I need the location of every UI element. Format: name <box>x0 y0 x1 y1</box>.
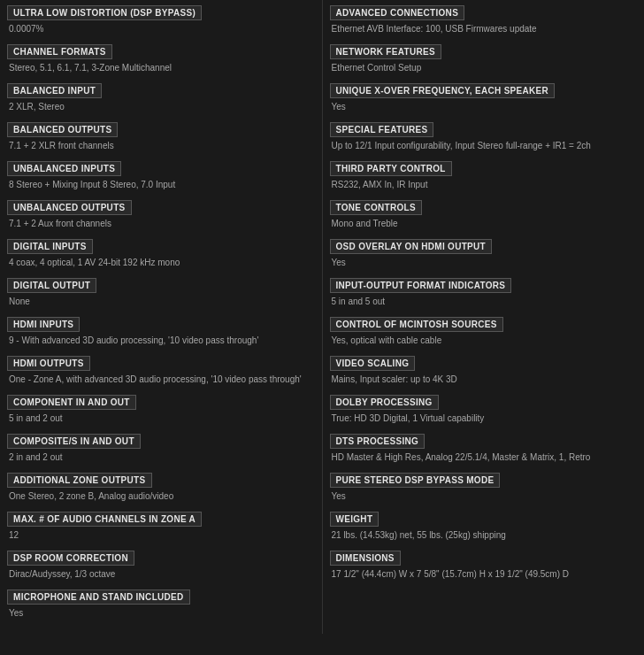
main-container: ULTRA LOW DISTORTION (DSP BYPASS)0.0007%… <box>0 0 644 634</box>
spec-value: 4 coax, 4 optical, 1 AV 24-bit 192 kHz m… <box>7 257 315 269</box>
spec-value: Up to 12/1 Input configurability, Input … <box>330 140 638 152</box>
spec-value: Ethernet AVB Interface: 100, USB Firmwar… <box>330 23 638 35</box>
spec-item: CONTROL OF MCINTOSH SOURCESYes, optical … <box>330 317 638 347</box>
spec-value: Yes <box>330 257 638 269</box>
spec-label: INPUT-OUTPUT FORMAT INDICATORS <box>330 278 512 293</box>
spec-label: NETWORK FEATURES <box>330 44 441 59</box>
spec-item: OSD OVERLAY ON HDMI OUTPUTYes <box>330 239 638 269</box>
spec-item: DIGITAL INPUTS4 coax, 4 optical, 1 AV 24… <box>7 239 315 269</box>
spec-item: WEIGHT21 lbs. (14.53kg) net, 55 lbs. (25… <box>330 512 638 542</box>
spec-item: BALANCED OUTPUTS7.1 + 2 XLR front channe… <box>7 122 315 152</box>
spec-label: ADVANCED CONNECTIONS <box>330 5 465 20</box>
spec-item: CHANNEL FORMATSStereo, 5.1, 6.1, 7.1, 3-… <box>7 44 315 74</box>
spec-label: CONTROL OF MCINTOSH SOURCES <box>330 317 503 332</box>
spec-value: None <box>7 296 315 308</box>
spec-item: DSP ROOM CORRECTIONDirac/Audyssey, 1/3 o… <box>7 551 315 581</box>
spec-value: 0.0007% <box>7 23 315 35</box>
spec-label: THIRD PARTY CONTROL <box>330 161 452 176</box>
spec-item: UNBALANCED INPUTS8 Stereo + Mixing Input… <box>7 161 315 191</box>
spec-value: 7.1 + 2 XLR front channels <box>7 140 315 152</box>
spec-value: Mains, Input scaler: up to 4K 3D <box>330 374 638 386</box>
spec-label: MICROPHONE AND STAND INCLUDED <box>7 590 190 605</box>
spec-item: DIMENSIONS17 1/2" (44.4cm) W x 7 5/8" (1… <box>330 551 638 581</box>
spec-label: DTS PROCESSING <box>330 434 426 449</box>
spec-item: VIDEO SCALINGMains, Input scaler: up to … <box>330 356 638 386</box>
spec-item: ADDITIONAL ZONE OUTPUTSOne Stereo, 2 zon… <box>7 473 315 503</box>
spec-value: HD Master & High Res, Analog 22/5.1/4, M… <box>330 451 638 464</box>
spec-item: TONE CONTROLSMono and Treble <box>330 200 638 230</box>
spec-label: DIGITAL OUTPUT <box>7 278 96 293</box>
spec-item: HDMI INPUTS9 - With advanced 3D audio pr… <box>7 317 315 347</box>
spec-label: HDMI INPUTS <box>7 317 80 332</box>
spec-value: Yes, optical with cable cable <box>330 335 638 347</box>
spec-label: UNIQUE X-OVER FREQUENCY, EACH SPEAKER <box>330 83 556 98</box>
spec-item: HDMI OUTPUTSOne - Zone A, with advanced … <box>7 356 315 386</box>
spec-item: MAX. # OF AUDIO CHANNELS IN ZONE A12 <box>7 512 315 542</box>
spec-label: COMPONENT IN AND OUT <box>7 395 136 410</box>
spec-value: 2 XLR, Stereo <box>7 101 315 113</box>
spec-label: DSP ROOM CORRECTION <box>7 551 134 566</box>
spec-value: Yes <box>7 607 315 620</box>
spec-value: Yes <box>330 101 638 113</box>
spec-label: COMPOSITE/S IN AND OUT <box>7 434 141 449</box>
spec-label: BALANCED INPUT <box>7 83 102 98</box>
spec-label: BALANCED OUTPUTS <box>7 122 118 137</box>
spec-label: MAX. # OF AUDIO CHANNELS IN ZONE A <box>7 512 202 527</box>
spec-label: ULTRA LOW DISTORTION (DSP BYPASS) <box>7 5 202 20</box>
spec-value: 9 - With advanced 3D audio processing, '… <box>7 335 315 347</box>
spec-item: SPECIAL FEATURESUp to 12/1 Input configu… <box>330 122 638 152</box>
spec-item: DIGITAL OUTPUTNone <box>7 278 315 308</box>
spec-label: HDMI OUTPUTS <box>7 356 90 371</box>
spec-item: DTS PROCESSINGHD Master & High Res, Anal… <box>330 434 638 464</box>
spec-item: PURE STEREO DSP BYPASS MODEYes <box>330 473 638 503</box>
spec-label: UNBALANCED OUTPUTS <box>7 200 132 215</box>
spec-label: OSD OVERLAY ON HDMI OUTPUT <box>330 239 493 254</box>
spec-item: UNIQUE X-OVER FREQUENCY, EACH SPEAKERYes <box>330 83 638 113</box>
spec-value: 8 Stereo + Mixing Input 8 Stereo, 7.0 In… <box>7 179 315 191</box>
spec-item: INPUT-OUTPUT FORMAT INDICATORS5 in and 5… <box>330 278 638 308</box>
spec-label: DIMENSIONS <box>330 551 401 566</box>
spec-label: UNBALANCED INPUTS <box>7 161 121 176</box>
spec-value: Mono and Treble <box>330 218 638 230</box>
spec-label: VIDEO SCALING <box>330 356 416 371</box>
spec-label: PURE STEREO DSP BYPASS MODE <box>330 473 501 488</box>
spec-value: One Stereo, 2 zone B, Analog audio/video <box>7 490 315 503</box>
spec-item: MICROPHONE AND STAND INCLUDEDYes <box>7 590 315 620</box>
spec-label: CHANNEL FORMATS <box>7 44 112 59</box>
spec-label: TONE CONTROLS <box>330 200 422 215</box>
spec-label: WEIGHT <box>330 512 380 527</box>
spec-item: NETWORK FEATURESEthernet Control Setup <box>330 44 638 74</box>
spec-label: SPECIAL FEATURES <box>330 122 434 137</box>
spec-value: 12 <box>7 529 315 542</box>
spec-item: THIRD PARTY CONTROLRS232, AMX In, IR Inp… <box>330 161 638 191</box>
spec-value: Stereo, 5.1, 6.1, 7.1, 3-Zone Multichann… <box>7 62 315 74</box>
spec-label: DIGITAL INPUTS <box>7 239 93 254</box>
left-column: ULTRA LOW DISTORTION (DSP BYPASS)0.0007%… <box>0 0 323 634</box>
spec-label: DOLBY PROCESSING <box>330 395 439 410</box>
spec-item: ADVANCED CONNECTIONSEthernet AVB Interfa… <box>330 5 638 35</box>
spec-value: 17 1/2" (44.4cm) W x 7 5/8" (15.7cm) H x… <box>330 568 638 581</box>
spec-value: Dirac/Audyssey, 1/3 octave <box>7 568 315 581</box>
spec-value: Yes <box>330 490 638 503</box>
spec-value: One - Zone A, with advanced 3D audio pro… <box>7 374 315 386</box>
spec-item: ULTRA LOW DISTORTION (DSP BYPASS)0.0007% <box>7 5 315 35</box>
spec-value: 2 in and 2 out <box>7 451 315 464</box>
spec-item: BALANCED INPUT2 XLR, Stereo <box>7 83 315 113</box>
spec-value: 21 lbs. (14.53kg) net, 55 lbs. (25kg) sh… <box>330 529 638 542</box>
right-column: ADVANCED CONNECTIONSEthernet AVB Interfa… <box>323 0 645 634</box>
spec-value: 7.1 + 2 Aux front channels <box>7 218 315 230</box>
spec-value: 5 in and 5 out <box>330 296 638 308</box>
spec-value: RS232, AMX In, IR Input <box>330 179 638 191</box>
spec-label: ADDITIONAL ZONE OUTPUTS <box>7 473 152 488</box>
spec-value: 5 in and 2 out <box>7 412 315 425</box>
spec-value: Ethernet Control Setup <box>330 62 638 74</box>
spec-item: COMPOSITE/S IN AND OUT2 in and 2 out <box>7 434 315 464</box>
spec-item: COMPONENT IN AND OUT5 in and 2 out <box>7 395 315 425</box>
spec-item: DOLBY PROCESSINGTrue: HD 3D Digital, 1 V… <box>330 395 638 425</box>
spec-item: UNBALANCED OUTPUTS7.1 + 2 Aux front chan… <box>7 200 315 230</box>
spec-value: True: HD 3D Digital, 1 Virtual capabilit… <box>330 412 638 425</box>
